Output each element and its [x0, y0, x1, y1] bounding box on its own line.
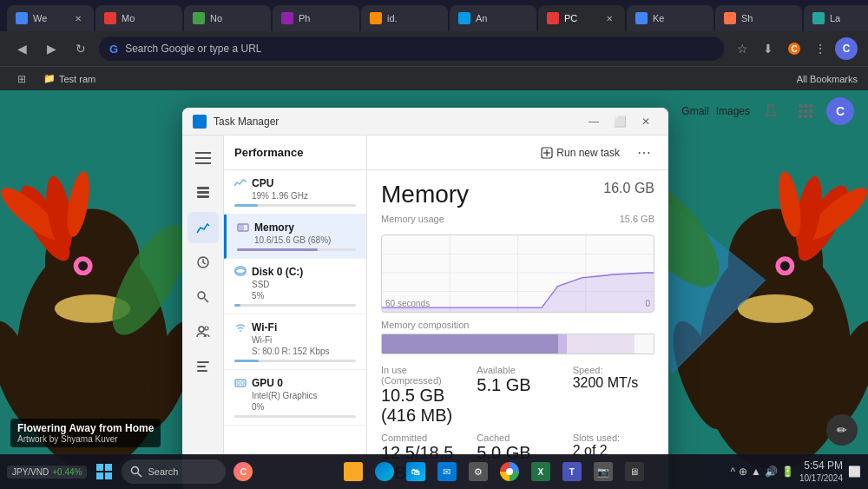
- sidebar-processes-icon[interactable]: [187, 177, 219, 208]
- sidebar-details-icon[interactable]: [187, 351, 219, 382]
- memory-in-use-display: 15.6 GB: [620, 214, 654, 224]
- menu-icon[interactable]: ⋮: [809, 37, 832, 60]
- svg-rect-42: [194, 122, 199, 127]
- apps-grid-icon[interactable]: [792, 97, 819, 125]
- sidebar-search-icon[interactable]: [187, 281, 219, 313]
- notification-bell-icon[interactable]: ⬜: [848, 466, 861, 478]
- network-icon[interactable]: ⊕: [739, 466, 747, 478]
- ticker-change: +0.44%: [52, 467, 82, 477]
- comp-in-use: [382, 334, 558, 354]
- list-item-cpu[interactable]: CPU 19% 1.96 GHz: [224, 170, 366, 215]
- list-item-memory[interactable]: Memory 10.6/15.6 GB (68%): [224, 215, 366, 259]
- clock-time: 5:54 PM: [799, 459, 843, 473]
- speed-value: 3200 MT/s: [573, 375, 654, 391]
- all-bookmarks[interactable]: All Bookmarks: [797, 74, 858, 84]
- wallpaper: Gmail Images: [0, 90, 868, 489]
- tab-title: Ph: [299, 13, 310, 23]
- volume-icon[interactable]: 🔊: [765, 466, 778, 478]
- tab-an[interactable]: An: [450, 5, 536, 31]
- start-button[interactable]: [90, 458, 118, 486]
- extension-icon[interactable]: C: [783, 37, 806, 60]
- tm-minimize-button[interactable]: —: [582, 113, 606, 130]
- sidebar-history-icon[interactable]: [187, 247, 219, 278]
- chevron-up-icon[interactable]: ^: [730, 466, 735, 478]
- tab-sh[interactable]: Sh: [715, 5, 802, 31]
- tab-close-pc[interactable]: ✕: [602, 11, 616, 25]
- mail-icon: ✉: [437, 462, 457, 481]
- sidebar-performance-icon[interactable]: [187, 212, 219, 243]
- tm-close-button[interactable]: ✕: [634, 113, 658, 130]
- tab-mo[interactable]: Mo: [95, 5, 182, 31]
- tm-app-icon: [193, 115, 207, 129]
- taskbar-cortana[interactable]: C: [229, 458, 257, 486]
- tab-no[interactable]: No: [184, 5, 271, 31]
- tab-title: id.: [387, 13, 398, 23]
- tab-ke[interactable]: Ke: [627, 5, 713, 31]
- reload-button[interactable]: ↻: [69, 37, 92, 60]
- taskbar-app-camera[interactable]: 📷: [589, 458, 617, 486]
- google-profile-avatar[interactable]: C: [826, 97, 854, 125]
- tab-close[interactable]: ✕: [71, 11, 85, 25]
- taskbar-app-explorer[interactable]: [339, 458, 367, 486]
- svg-rect-41: [201, 116, 205, 121]
- flask-icon[interactable]: [757, 97, 785, 125]
- wifi-sub1: Wi-Fi: [234, 335, 356, 345]
- wifi-bar: [234, 360, 356, 362]
- gmail-link[interactable]: Gmail: [681, 105, 708, 117]
- svg-rect-78: [96, 464, 103, 471]
- tm-body: Performance CPU: [182, 135, 668, 489]
- gpu-bar: [234, 415, 356, 418]
- taskbar-search-box[interactable]: Search: [122, 459, 226, 484]
- more-options-button[interactable]: ⋯: [634, 142, 654, 163]
- list-item-disk[interactable]: Disk 0 (C:) SSD 5%: [224, 259, 366, 314]
- tab-id[interactable]: id.: [361, 5, 448, 31]
- taskbar-app-mail[interactable]: ✉: [433, 458, 461, 486]
- svg-rect-48: [197, 191, 209, 194]
- taskbar: JPY/VND +0.44% Search: [0, 454, 868, 489]
- run-new-task-button[interactable]: Run new task: [534, 143, 627, 162]
- taskbar-app-chrome[interactable]: [496, 458, 523, 486]
- tab-we[interactable]: We ✕: [7, 5, 94, 31]
- battery-icon[interactable]: 🔋: [781, 466, 794, 478]
- taskbar-app-edge[interactable]: [371, 458, 398, 486]
- profile-avatar[interactable]: C: [835, 37, 858, 60]
- apps-icon[interactable]: ⊞: [10, 68, 33, 90]
- forward-button[interactable]: ▶: [40, 37, 62, 60]
- list-item-wifi[interactable]: Wi-Fi Wi-Fi S: 80.0 R: 152 Kbps: [224, 314, 366, 370]
- teams-icon: T: [562, 462, 582, 481]
- memory-name: Memory: [254, 221, 294, 234]
- bookmark-icon[interactable]: ☆: [731, 37, 753, 60]
- wifi-tray-icon[interactable]: ▲: [751, 466, 761, 478]
- taskbar-center: 🛍 ✉ ⚙: [260, 458, 727, 486]
- taskbar-app-monitor[interactable]: 🖥: [621, 458, 648, 486]
- tm-restore-button[interactable]: ⬜: [608, 113, 632, 130]
- svg-point-22: [738, 294, 813, 323]
- taskbar-left: JPY/VND +0.44%: [7, 466, 87, 479]
- tab-ph[interactable]: Ph: [273, 5, 359, 31]
- svg-point-51: [198, 292, 205, 299]
- tab-pc[interactable]: PC ✕: [538, 5, 625, 31]
- taskbar-app-teams[interactable]: T: [558, 458, 586, 486]
- graph-max-label: 0: [645, 299, 650, 308]
- svg-rect-55: [197, 361, 209, 363]
- tab-la[interactable]: La: [804, 5, 868, 31]
- ticker-widget[interactable]: JPY/VND +0.44%: [7, 466, 87, 479]
- taskbar-app-settings[interactable]: ⚙: [464, 458, 492, 486]
- taskbar-app-store[interactable]: 🛍: [402, 458, 430, 486]
- download-icon[interactable]: ⬇: [757, 37, 779, 60]
- disk-icon: [234, 266, 247, 278]
- images-link[interactable]: Images: [716, 105, 750, 117]
- taskbar-clock[interactable]: 5:54 PM 10/17/2024: [799, 459, 843, 486]
- browser-frame: We ✕ Mo No Ph id. An PC ✕ K: [0, 0, 868, 489]
- sidebar-users-icon[interactable]: [187, 316, 219, 347]
- wifi-bar-fill: [234, 360, 259, 362]
- sidebar-hamburger-icon[interactable]: [187, 142, 219, 174]
- edit-button[interactable]: ✏: [826, 414, 858, 446]
- taskbar-app-excel[interactable]: X: [527, 458, 555, 486]
- back-button[interactable]: ◀: [10, 37, 33, 60]
- bookmark-test-ram[interactable]: 📁 Test ram: [36, 71, 102, 86]
- svg-rect-56: [197, 366, 206, 367]
- list-item-gpu[interactable]: GPU 0 Intel(R) Graphics 0%: [224, 370, 366, 426]
- url-box[interactable]: G Search Google or type a URL: [99, 36, 724, 61]
- committed-label: Committed: [381, 433, 463, 443]
